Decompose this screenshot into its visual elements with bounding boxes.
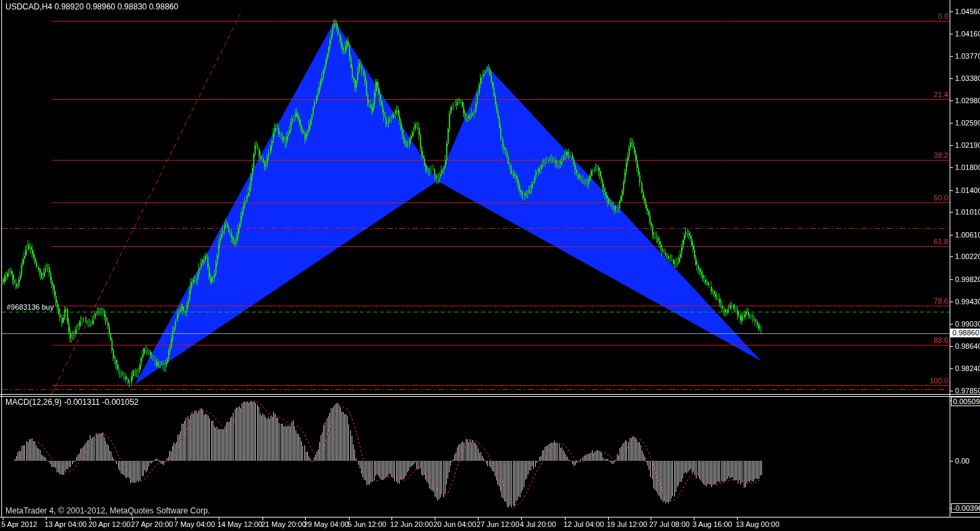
time-tick-label: 12 Jun 20:00 (390, 520, 433, 528)
time-tick-label: 19 Jul 12:00 (607, 520, 647, 528)
price-tick-label: 0.99030 (955, 320, 980, 328)
fib-level-label: 21.4 (934, 90, 948, 99)
fib-level-label: 88.6 (934, 336, 948, 344)
price-tick-label: 1.03380 (955, 74, 980, 82)
fib-level-label: 50.0 (934, 194, 948, 202)
time-tick-label: 13 Apr 04:00 (45, 520, 86, 528)
time-tick-label: 7 May 04:00 (174, 520, 215, 528)
price-tick-label: 0.99820 (955, 275, 980, 283)
fib-level-label: 38.2 (934, 151, 948, 159)
price-tick-label: 0.97850 (955, 387, 980, 395)
time-tick-label: 27 Jun 12:00 (477, 520, 520, 528)
price-tick-label: 1.02980 (955, 96, 980, 105)
time-tick-label: 5 Jun 12:00 (348, 520, 387, 528)
macd-min-value-box: -0.00396 (951, 503, 980, 513)
chart-symbol-ohlc-label: USDCAD,H4 0.98920 0.98960 0.98830 0.9886… (5, 3, 178, 11)
macd-indicator-label: MACD(12,26,9) -0.001311 -0.001052 (5, 398, 138, 407)
order-line-label: #9683136 buy (7, 303, 54, 311)
time-tick-label: 29 May 04:00 (304, 520, 349, 528)
time-tick-label: 12 Jul 04:00 (564, 520, 604, 528)
time-tick-label: 5 Apr 2012 (1, 520, 37, 528)
fib-level-label: 78.6 (934, 297, 948, 305)
current-price-box: 0.98860 (950, 329, 980, 337)
time-tick-label: 13 Aug 00:00 (736, 520, 780, 528)
price-tick-label: 0.98640 (955, 342, 980, 350)
price-tick-label: 1.02190 (955, 141, 980, 149)
time-tick-label: 21 May 20:00 (261, 520, 306, 528)
copyright-label: MetaTrader 4, © 2001-2012, MetaQuotes So… (5, 507, 210, 515)
time-tick-label: 20 Jun 04:00 (433, 520, 477, 528)
time-tick-label: 4 Jul 20:00 (520, 520, 556, 528)
time-tick-label: 3 Aug 16:00 (692, 520, 732, 528)
price-tick-label: 0.99430 (955, 298, 980, 306)
fib-level-label: 0.0 (938, 12, 948, 20)
time-tick-label: 27 Jul 08:00 (649, 520, 690, 528)
price-tick-label: 1.01800 (955, 163, 980, 171)
price-tick-label: 1.03770 (955, 52, 980, 60)
price-tick-label: 1.02590 (955, 119, 980, 127)
time-tick-label: 20 Apr 12:00 (88, 520, 130, 528)
macd-max-value-box: 0.00509 (951, 397, 980, 406)
price-tick-label: 1.00610 (955, 231, 980, 239)
time-tick-label: 14 May 12:00 (217, 520, 263, 528)
fib-level-label: 100.0 (929, 376, 948, 385)
price-tick-label: 1.04560 (955, 7, 980, 16)
mt4-chart-window: USDCAD,H4 0.98920 0.98960 0.98830 0.9886… (0, 0, 980, 531)
macd-tick-label: 0.00 (955, 457, 969, 465)
chart-canvas[interactable] (0, 0, 980, 531)
price-tick-label: 1.01010 (955, 208, 980, 216)
price-tick-label: 1.04160 (955, 30, 980, 38)
fib-level-label: 61.8 (934, 237, 948, 246)
time-tick-label: 27 Apr 20:00 (131, 520, 173, 528)
price-tick-label: 1.00220 (955, 252, 980, 260)
price-tick-label: 0.98240 (955, 364, 980, 372)
price-tick-label: 1.01400 (955, 186, 980, 194)
